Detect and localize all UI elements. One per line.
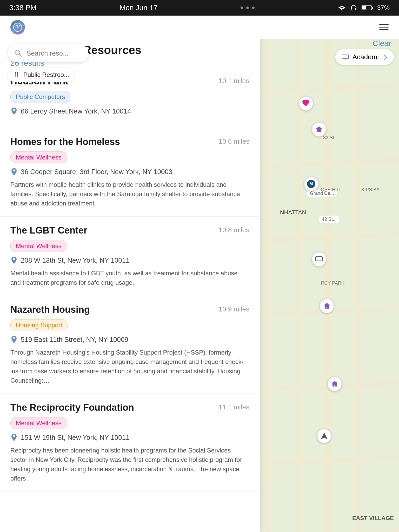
svg-line-59 xyxy=(19,54,22,57)
card-tag-2[interactable]: Mental Wellness xyxy=(10,151,67,163)
card-address-text-3: 208 W 13th St, New York, NY 10011 xyxy=(21,256,130,264)
search-bar[interactable] xyxy=(8,44,88,62)
map-marker-heart[interactable] xyxy=(299,96,313,111)
card-title-3: The LGBT Center xyxy=(10,225,87,236)
status-center xyxy=(241,6,255,9)
search-input[interactable] xyxy=(26,49,78,57)
resource-card-4[interactable]: Nazareth Housing 10.9 miles Housing Supp… xyxy=(0,296,260,394)
card-header-5: The Reciprocity Foundation 11.1 miles xyxy=(10,402,249,413)
home-marker-1-icon xyxy=(315,125,323,133)
card-description-2: Partners with mobile health clinics to p… xyxy=(10,180,249,208)
logo-icon xyxy=(13,23,22,32)
category-chip-arrow xyxy=(382,54,388,61)
location-pin-1 xyxy=(10,107,18,115)
home-marker-2-icon xyxy=(323,302,331,310)
map-label-mrcypark: RCY PARK xyxy=(321,281,344,286)
computer-marker-1-icon xyxy=(315,256,323,263)
map-label-murray: NHATTAN xyxy=(286,205,300,220)
headphones-icon xyxy=(350,4,357,11)
svg-point-5 xyxy=(17,26,19,28)
map-label-eastvillage: EAST VILLAGE xyxy=(352,515,394,522)
card-address-text-1: 66 Leroy Street New York, NY 10014 xyxy=(21,107,131,115)
category-chip-label: Academi xyxy=(353,53,379,61)
map-marker-home-3[interactable] xyxy=(327,377,342,391)
restroom-icon xyxy=(13,71,20,78)
svg-point-0 xyxy=(341,9,342,11)
status-time: 3:38 PM xyxy=(9,4,36,12)
svg-rect-54 xyxy=(316,257,322,261)
svg-rect-61 xyxy=(17,72,18,74)
svg-rect-3 xyxy=(362,6,366,10)
navigate-icon xyxy=(320,432,328,440)
card-tag-3[interactable]: Mental Wellness xyxy=(10,240,67,252)
map-chip-subway[interactable]: M xyxy=(304,177,318,191)
dot3 xyxy=(252,6,255,9)
app-logo[interactable] xyxy=(10,20,25,35)
location-pin-2 xyxy=(10,168,18,176)
svg-rect-64 xyxy=(342,55,348,59)
map-marker-computer-1[interactable] xyxy=(312,252,326,267)
card-header-4: Nazareth Housing 10.9 miles xyxy=(10,304,249,315)
dot2 xyxy=(246,6,249,9)
card-address-5: 151 W 19th St, New York, NY 10011 xyxy=(10,433,249,442)
card-header-3: The LGBT Center 10.8 miles xyxy=(10,225,249,236)
filter-chip-label: Public Restroo... xyxy=(23,71,69,78)
card-tag-4[interactable]: Housing Support xyxy=(10,319,68,331)
card-title-4: Nazareth Housing xyxy=(10,304,90,315)
dot1 xyxy=(241,6,243,9)
card-address-text-2: 36 Cooper Square, 3rd Floor, New York, N… xyxy=(21,168,172,176)
card-description-3: Mental health assistance to LGBT youth, … xyxy=(10,269,249,287)
card-distance-4: 10.9 miles xyxy=(219,304,250,313)
svg-marker-57 xyxy=(321,433,328,439)
filter-chip[interactable]: Public Restroo... xyxy=(8,68,74,82)
heart-marker-icon xyxy=(302,99,310,108)
resource-card-5[interactable]: The Reciprocity Foundation 11.1 miles Me… xyxy=(0,394,260,492)
map-label-kipsba: KIPS BA... xyxy=(361,187,383,192)
map-marker-navigate[interactable] xyxy=(317,429,331,443)
card-header-2: Homes for the Homeless 10.6 miles xyxy=(10,136,249,147)
card-distance-5: 11.1 miles xyxy=(219,402,250,411)
hamburger-line-2 xyxy=(379,27,389,28)
card-distance-3: 10.8 miles xyxy=(219,225,250,234)
hamburger-line-1 xyxy=(379,24,389,25)
status-date: Mon Jun 17 xyxy=(119,4,157,12)
status-bar: 3:38 PM Mon Jun 17 37% xyxy=(0,0,399,16)
card-address-4: 519 East 11th Street, NY, NY 10009 xyxy=(10,335,249,344)
location-pin-3 xyxy=(10,256,18,264)
map-label-osehill: OSE HILL xyxy=(321,187,342,192)
card-distance-1: 10.1 miles xyxy=(219,76,250,85)
map-label-33st: 33 St xyxy=(323,135,334,141)
svg-point-58 xyxy=(15,50,20,55)
card-address-2: 36 Cooper Square, 3rd Floor, New York, N… xyxy=(10,168,249,176)
search-icon xyxy=(14,49,22,57)
app-header xyxy=(0,16,399,39)
clear-button[interactable]: Clear xyxy=(373,39,391,48)
map-marker-home-1[interactable] xyxy=(312,122,326,137)
card-address-3: 208 W 13th St, New York, NY 10011 xyxy=(10,256,249,264)
hamburger-line-3 xyxy=(379,29,389,30)
map-right-controls: Clear Academi xyxy=(260,31,399,83)
svg-rect-60 xyxy=(15,72,16,74)
card-address-text-5: 151 W 19th St, New York, NY 10011 xyxy=(21,434,130,442)
card-title-5: The Reciprocity Foundation xyxy=(10,402,134,413)
resource-card-3[interactable]: The LGBT Center 10.8 miles Mental Wellne… xyxy=(0,217,260,296)
hamburger-menu-button[interactable] xyxy=(379,24,389,30)
card-address-text-4: 519 East 11th Street, NY, NY 10009 xyxy=(21,336,128,344)
location-pin-4 xyxy=(10,335,18,344)
card-address-1: 66 Leroy Street New York, NY 10014 xyxy=(10,107,249,115)
category-chip[interactable]: Academi xyxy=(335,49,394,65)
card-tag-5[interactable]: Mental Wellness xyxy=(10,417,67,429)
battery-icon xyxy=(362,5,373,11)
card-tag-1[interactable]: Public Computers xyxy=(10,91,70,103)
home-marker-3-icon xyxy=(331,380,338,388)
map-label-42st: 42 St... xyxy=(319,216,339,223)
resource-card-2[interactable]: Homes for the Homeless 10.6 miles Mental… xyxy=(0,128,260,217)
map-marker-home-2[interactable] xyxy=(320,299,334,313)
card-description-5: Reciprocity has been pioneering holistic… xyxy=(10,446,249,483)
bottom-panel[interactable]: Browsing All Resources 26 results Hudson… xyxy=(0,31,260,532)
battery-percent: 37% xyxy=(377,4,390,11)
wifi-icon xyxy=(338,5,346,11)
status-icons: 37% xyxy=(338,4,390,11)
card-title-2: Homes for the Homeless xyxy=(10,136,120,147)
card-distance-2: 10.6 miles xyxy=(219,136,250,145)
